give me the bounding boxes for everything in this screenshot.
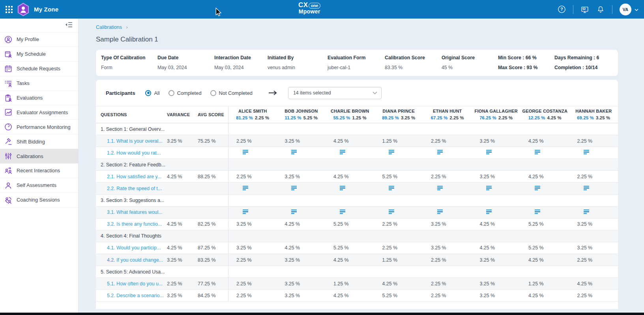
radio-not-completed[interactable]: Not Completed	[210, 90, 253, 96]
summary-field-line2: Completion : 10/14	[554, 65, 614, 70]
profile-icon	[4, 36, 12, 43]
text-response-icon[interactable]	[486, 209, 492, 215]
radio-all[interactable]: All	[145, 90, 159, 96]
question-row: 2.1. How satisfied are y... 4.25 % 88.25…	[96, 171, 618, 183]
radio-circle-icon[interactable]	[210, 90, 216, 96]
radio-circle-icon[interactable]	[168, 90, 174, 96]
text-response-icon[interactable]	[437, 150, 443, 156]
participant-variance: 3.25 %	[596, 115, 610, 120]
text-response-icon[interactable]	[389, 209, 395, 215]
breadcrumb-calibrations-link[interactable]: Calibrations	[96, 25, 122, 30]
section-row: 1. Section 1: General Overv...	[96, 123, 618, 135]
radio-completed[interactable]: Completed	[168, 90, 202, 96]
variance-cell: 3.25 %	[167, 254, 198, 266]
score-cell	[277, 147, 326, 158]
question-link[interactable]: 1.1. What is your overal...	[107, 138, 162, 144]
question-link[interactable]: 3.2. Is there any functio...	[107, 221, 162, 227]
sidebar-item-schedule-requests[interactable]: Schedule Requests	[0, 62, 78, 76]
text-response-icon[interactable]	[243, 150, 249, 156]
summary-bold-field: Min Score : 66 % Max Score : 93 %	[498, 55, 554, 70]
text-response-icon[interactable]	[486, 186, 492, 192]
radio-circle-icon[interactable]	[145, 90, 151, 96]
score-cell	[472, 207, 521, 218]
text-response-icon[interactable]	[243, 186, 249, 192]
svg-text:?: ?	[560, 7, 563, 11]
score-cell: 4.25 %	[326, 171, 374, 182]
question-link[interactable]: 2.2. Rate the speed of t...	[107, 186, 162, 191]
presentation-icon[interactable]	[580, 5, 589, 14]
self-assessments-icon	[4, 181, 12, 189]
text-response-icon[interactable]	[389, 186, 395, 192]
sidebar-item-my-profile[interactable]: My Profile	[0, 32, 78, 47]
question-link[interactable]: 5.2. Describe a scenario...	[107, 293, 164, 298]
participant-variance: 2.25 %	[449, 115, 464, 120]
question-link[interactable]: 4.2. If you could change...	[107, 257, 163, 263]
text-response-icon[interactable]	[389, 150, 395, 156]
text-response-icon[interactable]	[486, 150, 492, 156]
coaching-sessions-icon	[4, 196, 12, 204]
help-icon[interactable]: ?	[557, 5, 566, 14]
sidebar-item-calibrations[interactable]: Calibrations	[0, 149, 78, 164]
text-response-icon[interactable]	[340, 150, 346, 156]
score-cell: 1.25 %	[326, 278, 374, 289]
sidebar-item-evaluator-assignments[interactable]: Evaluator Assignments	[0, 105, 78, 120]
section-empty	[228, 159, 618, 170]
tasks-icon	[4, 79, 12, 87]
text-response-icon[interactable]	[291, 209, 297, 215]
sidebar-item-tasks[interactable]: Tasks	[0, 76, 78, 91]
text-response-icon[interactable]	[291, 150, 297, 156]
text-response-icon[interactable]	[535, 209, 541, 215]
sidebar-collapse-icon[interactable]	[65, 22, 73, 29]
question-link[interactable]: 1.2. How would you rat...	[107, 150, 161, 156]
section-label: 1. Section 1: General Overv...	[96, 123, 228, 135]
user-avatar[interactable]: VA	[620, 4, 631, 15]
avg-score-cell	[198, 147, 228, 158]
avatar-caret-icon[interactable]	[635, 6, 638, 13]
text-response-icon[interactable]	[291, 186, 297, 192]
notifications-bell-icon[interactable]	[596, 5, 605, 14]
question-link[interactable]: 3.1. What features woul...	[107, 209, 163, 215]
text-response-icon[interactable]	[584, 150, 590, 156]
participants-select[interactable]: 14 items selected	[288, 87, 382, 99]
evaluations-icon	[4, 94, 12, 102]
page-title: Sample Calibration 1	[96, 36, 644, 43]
sidebar-item-performance-monitoring[interactable]: Performance Monitoring	[0, 120, 78, 134]
sidebar-item-shift-bidding[interactable]: Shift Bidding	[0, 134, 78, 149]
text-response-icon[interactable]	[584, 209, 590, 215]
score-cell	[569, 207, 618, 218]
question-link[interactable]: 5.1. How often do you u...	[107, 281, 163, 287]
sidebar-item-self-assessments[interactable]: Self Assessments	[0, 178, 78, 193]
sidebar-item-my-schedule[interactable]: My Schedule	[0, 47, 78, 62]
question-row: 1.2. How would you rat...	[96, 147, 618, 159]
score-cell: 4.25 %	[472, 242, 521, 254]
participant-name: FIONA GALLAGHER	[474, 108, 518, 115]
text-response-icon[interactable]	[535, 186, 541, 192]
section-label: 2. Section 2: Feature Feedb...	[96, 159, 228, 170]
text-response-icon[interactable]	[584, 186, 590, 192]
text-response-icon[interactable]	[437, 186, 443, 192]
question-link[interactable]: 2.1. How satisfied are y...	[107, 174, 161, 179]
score-cell: 2.25 %	[228, 171, 277, 182]
text-response-icon[interactable]	[340, 186, 346, 192]
score-cell: 4.25 %	[569, 278, 618, 289]
text-response-icon[interactable]	[535, 150, 541, 156]
summary-field-value: May 03, 2024	[214, 65, 264, 70]
my-zone-logo-icon[interactable]	[17, 2, 30, 17]
sidebar-item-recent-interactions[interactable]: Recent Interactions	[0, 164, 78, 178]
text-response-icon[interactable]	[437, 209, 443, 215]
participant-scores: 76.25 %2.25 %	[479, 115, 513, 121]
sidebar-item-evaluations[interactable]: Evaluations	[0, 91, 78, 106]
question-link[interactable]: 4.1. Would you particip...	[107, 245, 161, 251]
text-response-icon[interactable]	[243, 209, 249, 215]
sidebar-item-label: Tasks	[17, 80, 30, 86]
score-cell: 3.25 %	[472, 278, 521, 289]
participant-header: GEORGE COSTANZA 12.25 %4.25 %	[520, 106, 569, 123]
score-cell: 2.25 %	[228, 254, 277, 266]
sidebar-item-coaching-sessions[interactable]: Coaching Sessions	[0, 193, 78, 207]
participant-variance: 1.25 %	[352, 115, 366, 120]
participant-scores: 55.25 %1.25 %	[333, 115, 367, 121]
text-response-icon[interactable]	[340, 209, 346, 215]
question-row: 4.1. Would you particip... 4.25 % 87.25 …	[96, 242, 618, 254]
radio-label: All	[154, 90, 159, 96]
app-launcher-icon[interactable]	[6, 6, 13, 13]
